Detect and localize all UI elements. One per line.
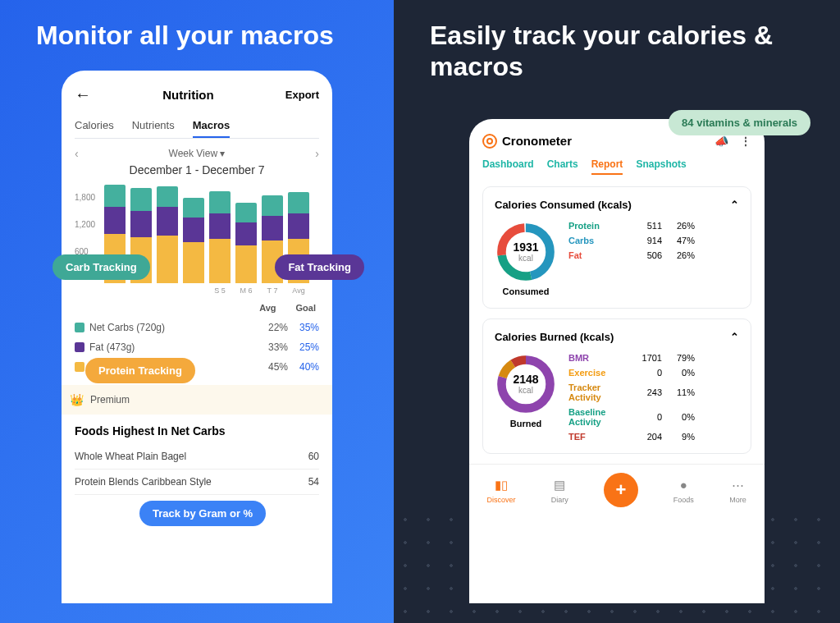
foods-icon: ● (674, 476, 692, 494)
bar (209, 191, 231, 283)
metric-row: Carbs91447% (568, 236, 739, 245)
menu-icon[interactable]: ⋮ (740, 135, 751, 148)
tab-macros[interactable]: Macros (193, 114, 231, 138)
ytick: 1,200 (75, 220, 95, 229)
macro-row: Net Carbs (720g)22%35% (75, 318, 319, 337)
food-val: 54 (308, 476, 319, 488)
collapse-icon[interactable]: ⌃ (730, 199, 739, 211)
metric-val: 1701 (626, 353, 662, 363)
consumed-value: 1931 (513, 240, 538, 254)
metric-name: Fat (568, 250, 626, 260)
macro-avg: 22% (257, 322, 288, 333)
metric-row: Fat50626% (568, 250, 739, 260)
food-row[interactable]: Whole Wheat Plain Bagel60 (75, 444, 319, 470)
metric-name: Carbs (568, 236, 626, 245)
date-range: December 1 - December 7 (75, 163, 319, 176)
metric-row: Baseline Activity00% (568, 407, 739, 427)
metric-val: 914 (626, 236, 662, 245)
food-name: Protein Blends Caribbean Style (75, 476, 212, 488)
metric-pct: 26% (662, 221, 695, 231)
next-week-icon[interactable]: › (315, 147, 319, 160)
nav-diary[interactable]: ▤Diary (550, 476, 568, 504)
diary-icon: ▤ (550, 476, 568, 494)
premium-label: Premium (90, 394, 130, 405)
tab-nutrients[interactable]: Nutrients (132, 114, 175, 138)
crown-icon: 👑 (70, 393, 84, 406)
nav-discover[interactable]: ▮▯Discover (486, 476, 515, 504)
right-phone-mock: Cronometer 📣 ⋮ Dashboard Charts Report S… (469, 119, 765, 603)
macro-goal[interactable]: 35% (288, 322, 319, 333)
export-button[interactable]: Export (285, 89, 319, 101)
metric-name: TEF (568, 432, 626, 442)
announce-icon[interactable]: 📣 (714, 135, 728, 148)
prev-week-icon[interactable]: ‹ (75, 147, 79, 160)
food-val: 60 (308, 451, 319, 462)
food-row[interactable]: Protein Blends Caribbean Style54 (75, 470, 319, 495)
col-goal: Goal (296, 303, 316, 313)
collapse-icon[interactable]: ⌃ (730, 331, 739, 343)
metric-val: 0 (626, 368, 662, 378)
left-headline: Monitor all your macros (36, 20, 334, 51)
foods-section-title: Foods Highest In Net Carbs (75, 424, 319, 437)
metric-name: BMR (568, 353, 626, 363)
swatch (75, 362, 84, 372)
tab-snapshots[interactable]: Snapshots (636, 158, 686, 175)
consumed-title: Calories Consumed (kcals) (495, 199, 632, 211)
discover-icon: ▮▯ (492, 476, 510, 494)
pill-carb-tracking: Carb Tracking (52, 254, 150, 280)
more-icon: ⋯ (729, 476, 747, 494)
consumed-unit: kcal (518, 254, 533, 263)
metric-val: 506 (626, 250, 662, 260)
metric-pct: 9% (662, 432, 695, 442)
swatch (75, 342, 84, 352)
burned-caption: Burned (495, 419, 557, 428)
consumed-caption: Consumed (495, 286, 557, 296)
metric-pct: 11% (662, 387, 695, 397)
week-view-label[interactable]: Week View ▾ (169, 148, 226, 159)
screen-title: Nutrition (162, 88, 213, 102)
metric-val: 243 (626, 387, 662, 397)
metric-pct: 0% (662, 368, 695, 378)
macro-row: Fat (473g)33%25% (75, 337, 319, 357)
tab-dashboard[interactable]: Dashboard (482, 158, 534, 175)
nav-add-button[interactable]: + (604, 473, 638, 507)
bar (183, 198, 204, 283)
nav-more[interactable]: ⋯More (729, 476, 747, 504)
pill-track-mode: Track by Gram or % (139, 501, 266, 526)
card-burned: Calories Burned (kcals) ⌃ 2148kcal (482, 318, 751, 454)
food-name: Whole Wheat Plain Bagel (75, 451, 186, 462)
tab-report[interactable]: Report (591, 158, 623, 175)
nutrition-tabs: Calories Nutrients Macros (75, 114, 319, 139)
swatch (75, 323, 84, 332)
metric-pct: 0% (662, 412, 695, 422)
burned-donut: 2148kcal (495, 353, 557, 415)
card-consumed: Calories Consumed (kcals) ⌃ 1931kcal (482, 186, 751, 309)
burned-value: 2148 (513, 373, 538, 386)
bar (157, 186, 178, 284)
metric-val: 0 (626, 412, 662, 422)
macro-goal[interactable]: 40% (288, 361, 319, 373)
metric-row: TEF2049% (568, 432, 739, 442)
cronometer-logo-icon (482, 134, 497, 149)
metric-name: Protein (568, 221, 626, 231)
macro-label: Net Carbs (720g) (89, 322, 257, 333)
metric-pct: 26% (662, 250, 695, 260)
metric-val: 511 (626, 221, 662, 231)
premium-banner[interactable]: 👑 Premium (62, 385, 332, 415)
col-avg: Avg (259, 303, 276, 313)
pill-fat-tracking: Fat Tracking (275, 254, 364, 280)
nav-foods[interactable]: ●Foods (673, 476, 694, 504)
macro-goal[interactable]: 25% (288, 341, 319, 353)
macro-avg: 33% (257, 341, 288, 353)
report-tabs: Dashboard Charts Report Snapshots (482, 158, 751, 175)
pill-vitamins: 84 vitamins & minerals (669, 110, 810, 135)
tab-calories[interactable]: Calories (75, 114, 114, 138)
macro-label: Fat (473g) (89, 341, 257, 353)
pill-protein-tracking: Protein Tracking (85, 358, 195, 383)
back-icon[interactable]: ← (75, 85, 91, 104)
metric-name: Tracker Activity (568, 383, 626, 402)
metric-val: 204 (626, 432, 662, 442)
ytick: 1,800 (75, 193, 95, 202)
tab-charts[interactable]: Charts (547, 158, 578, 175)
metric-name: Baseline Activity (568, 407, 626, 427)
